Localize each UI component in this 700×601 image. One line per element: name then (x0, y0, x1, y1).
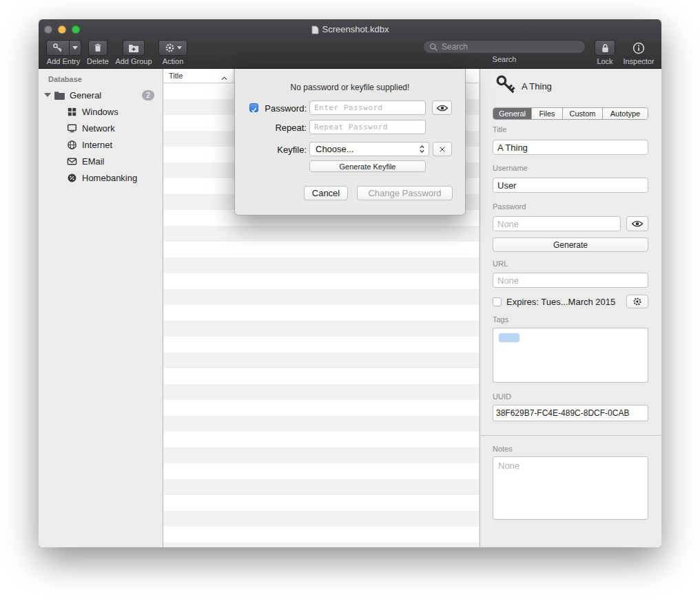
lock-label: Lock (590, 57, 620, 65)
app-window: Screenshot.kdbx Add Entry Delete (39, 19, 661, 547)
gear-icon (165, 43, 175, 53)
expires-settings-button[interactable] (626, 295, 648, 308)
password-label: Password: (256, 103, 307, 114)
chevron-down-icon (177, 46, 182, 50)
eye-icon (631, 220, 644, 228)
clear-keyfile-button[interactable] (433, 142, 452, 156)
notes-placeholder: None (498, 461, 519, 471)
column-header-title[interactable]: Title (163, 69, 233, 83)
action-button[interactable] (158, 40, 187, 56)
sidebar-item-label: Windows (82, 107, 119, 117)
keyfile-dropdown[interactable]: Choose... (309, 142, 429, 156)
tab-files[interactable]: Files (532, 108, 563, 119)
add-entry-label: Add Entry (44, 57, 83, 65)
sidebar-section-header: Database (39, 69, 163, 87)
keyfile-value: Choose... (316, 144, 354, 154)
dialog-password-input[interactable] (309, 101, 426, 115)
reveal-password-button[interactable] (626, 216, 648, 231)
folder-icon (54, 90, 65, 101)
keyfile-label: Keyfile: (256, 145, 307, 155)
username-field-label: Username (493, 164, 528, 172)
sort-ascending-icon (221, 74, 227, 82)
username-input[interactable] (493, 178, 648, 193)
uuid-label: UUID (493, 392, 511, 401)
sidebar-item-label: EMail (82, 156, 105, 167)
window-title: Screenshot.kdbx (39, 24, 661, 34)
toolbar-delete: Delete (85, 40, 110, 65)
change-password-button[interactable]: Change Password (357, 186, 453, 200)
toolbar-search: Search (423, 40, 586, 63)
lock-button[interactable] (595, 40, 615, 56)
info-icon (632, 42, 645, 54)
toolbar-inspector: Inspector (617, 40, 660, 65)
sidebar-item-label: General (70, 90, 101, 101)
sidebar-item-homebanking[interactable]: Homebanking (39, 169, 163, 186)
disclosure-triangle-icon[interactable] (44, 93, 51, 97)
tab-general[interactable]: General (493, 108, 532, 119)
close-icon (438, 145, 446, 154)
lock-icon (600, 43, 610, 54)
notes-label: Notes (493, 445, 513, 453)
sidebar-item-email[interactable]: EMail (39, 153, 163, 169)
document-icon (311, 25, 319, 34)
dialog-reveal-password-button[interactable] (432, 101, 452, 115)
inspector-label: Inspector (617, 57, 660, 65)
search-label: Search (423, 55, 586, 63)
entry-title: A Thing (522, 81, 552, 92)
delete-label: Delete (85, 57, 110, 65)
password-input[interactable] (493, 216, 621, 231)
envelope-icon (67, 156, 77, 167)
chevron-down-icon (72, 46, 78, 50)
add-entry-dropdown[interactable] (70, 40, 81, 56)
entry-count-badge: 2 (142, 90, 154, 101)
sidebar-item-windows[interactable]: Windows (39, 103, 163, 120)
toolbar-add-entry: Add Entry (44, 40, 83, 65)
inspector-divider (480, 435, 661, 436)
action-label: Action (157, 57, 189, 65)
password-field-label: Password (493, 202, 526, 211)
eye-icon (436, 104, 449, 112)
tags-box[interactable] (493, 328, 648, 383)
toolbar-add-group: Add Group (113, 40, 154, 65)
tags-label: Tags (493, 315, 508, 324)
tag-pill[interactable] (499, 333, 519, 342)
tab-autotype[interactable]: Autotype (603, 108, 648, 119)
toolbar-action: Action (157, 40, 189, 65)
url-field-label: URL (493, 260, 508, 268)
title-field-label: Title (493, 125, 506, 134)
title-input[interactable] (493, 140, 648, 155)
add-entry-button[interactable] (46, 40, 81, 56)
notes-box[interactable]: None (493, 456, 648, 520)
search-input[interactable] (442, 42, 579, 52)
sidebar-item-label: Homebanking (82, 173, 137, 183)
tab-custom[interactable]: Custom (563, 108, 603, 119)
delete-button[interactable] (88, 40, 107, 56)
globe-icon (67, 140, 77, 150)
generate-password-button[interactable]: Generate (493, 238, 648, 252)
inspector-panel: A Thing General Files Custom Autotype Ti… (480, 69, 661, 547)
cancel-button[interactable]: Cancel (304, 186, 348, 200)
sidebar-item-label: Network (82, 123, 115, 134)
sidebar-item-internet[interactable]: Internet (39, 136, 163, 153)
sidebar-item-network[interactable]: Network (39, 120, 163, 136)
inspector-tabs: General Files Custom Autotype (493, 107, 648, 120)
add-group-button[interactable] (123, 40, 145, 56)
windows-icon (67, 107, 77, 117)
uuid-input[interactable] (493, 405, 648, 421)
window-chrome: Screenshot.kdbx Add Entry Delete (39, 19, 661, 69)
expires-label: Expires: Tues...March 2015 (506, 297, 615, 307)
expires-checkbox[interactable] (493, 297, 502, 306)
password-dialog: No password or keyfile supplied! Passwor… (234, 69, 466, 215)
url-input[interactable] (493, 273, 648, 288)
inspector-button[interactable] (632, 40, 645, 56)
sidebar-item-label: Internet (82, 140, 112, 150)
search-icon (429, 43, 438, 52)
key-plus-icon (46, 40, 70, 56)
sidebar-item-general[interactable]: General 2 (39, 87, 163, 103)
dialog-repeat-input[interactable] (309, 120, 426, 134)
toolbar-lock: Lock (590, 40, 620, 65)
search-field[interactable] (423, 40, 586, 54)
generate-keyfile-button[interactable]: Generate Keyfile (309, 160, 426, 172)
network-icon (67, 123, 77, 134)
sidebar: Database General 2 Windows Network Inter… (39, 69, 163, 547)
